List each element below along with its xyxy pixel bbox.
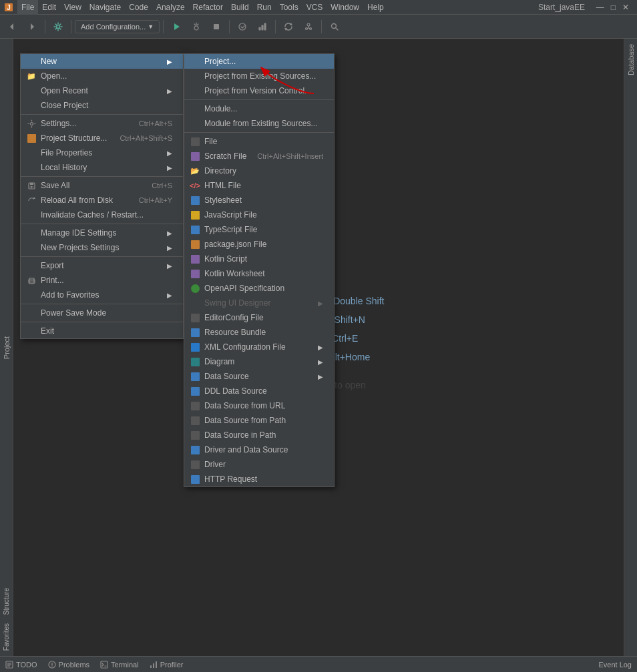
new-diagram-item[interactable]: Diagram ▶ xyxy=(184,354,334,369)
new-datasource-item[interactable]: Data Source ▶ xyxy=(184,369,334,384)
driver-icon xyxy=(190,459,200,470)
toolbar-debug-btn[interactable] xyxy=(187,17,206,36)
new-html-item[interactable]: </> HTML File xyxy=(184,178,334,193)
menu-settings-item[interactable]: Settings... Ctrl+Alt+S xyxy=(21,116,183,131)
new-file-item[interactable]: File xyxy=(184,134,334,149)
new-driver-datasource-item[interactable]: Driver and Data Source xyxy=(184,442,334,457)
menu-view[interactable]: View xyxy=(60,0,85,15)
favorites-tab[interactable]: Favorites xyxy=(1,621,11,653)
menu-exit-item[interactable]: Exit xyxy=(21,324,183,338)
toolbar-search-btn[interactable] xyxy=(325,17,344,36)
menu-help[interactable]: Help xyxy=(363,0,388,15)
css-icon xyxy=(190,195,200,206)
menu-invalidate-item[interactable]: Invalidate Caches / Restart... xyxy=(21,208,183,222)
event-log-status[interactable]: Event Log xyxy=(598,661,632,669)
menu-analyze[interactable]: Analyze xyxy=(152,0,189,15)
menu-file-properties-item[interactable]: File Properties ▶ xyxy=(21,145,183,160)
menu-tools[interactable]: Tools xyxy=(276,0,302,15)
new-project-vcs-item[interactable]: Project from Version Control... xyxy=(184,83,334,98)
menu-add-favorites-item[interactable]: Add to Favorites ▶ xyxy=(21,288,183,302)
new-projects-label: New Projects Settings xyxy=(41,243,162,252)
menu-export-item[interactable]: Export ▶ xyxy=(21,258,183,273)
menu-project-structure-item[interactable]: Project Structure... Ctrl+Alt+Shift+S xyxy=(21,131,183,145)
new-ts-item[interactable]: TypeScript File xyxy=(184,222,334,237)
new-js-item[interactable]: JavaScript File xyxy=(184,208,334,222)
new-project-item[interactable]: Project... xyxy=(184,54,334,69)
new-datasource-path-item[interactable]: Data Source from Path xyxy=(184,413,334,428)
new-json-item[interactable]: package.json File xyxy=(184,237,334,252)
new-editorconfig-item[interactable]: EditorConfig File xyxy=(184,310,334,325)
menu-open-item[interactable]: 📁 Open... xyxy=(21,69,183,83)
diagram-arrow: ▶ xyxy=(318,358,323,366)
project-structure-shortcut: Ctrl+Alt+Shift+S xyxy=(120,134,172,142)
new-module-existing-item[interactable]: Module from Existing Sources... xyxy=(184,116,334,131)
settings-icon xyxy=(26,118,37,129)
new-ddl-item[interactable]: DDL Data Source xyxy=(184,384,334,398)
driver-datasource-icon xyxy=(190,444,200,455)
toolbar-run-btn[interactable] xyxy=(167,17,186,36)
new-datasource-url-item[interactable]: Data Source from URL xyxy=(184,398,334,413)
menu-power-save-item[interactable]: Power Save Mode xyxy=(21,306,183,320)
menu-open-recent-item[interactable]: Open Recent ▶ xyxy=(21,83,183,98)
problems-status[interactable]: Problems xyxy=(48,661,89,669)
new-dir-item[interactable]: 📂 Directory xyxy=(184,163,334,178)
menu-navigate[interactable]: Navigate xyxy=(85,0,125,15)
toolbar-coverage-btn[interactable] xyxy=(233,17,252,36)
svg-rect-40 xyxy=(156,661,157,668)
toolbar-profile-btn[interactable] xyxy=(253,17,272,36)
svg-rect-27 xyxy=(29,280,35,283)
svg-point-8 xyxy=(239,23,246,30)
new-project-existing-item[interactable]: Project from Existing Sources... xyxy=(184,69,334,83)
menu-edit[interactable]: Edit xyxy=(38,0,60,15)
navbar-key: Alt+Home xyxy=(329,352,370,362)
menu-save-all-item[interactable]: Save All Ctrl+S xyxy=(21,178,183,193)
new-http-item[interactable]: HTTP Request xyxy=(184,472,334,486)
toolbar-git-btn[interactable] xyxy=(299,17,318,36)
new-kt-worksheet-item[interactable]: Kotlin Worksheet xyxy=(184,266,334,281)
menu-run[interactable]: Run xyxy=(253,0,276,15)
menu-manage-ide-item[interactable]: Manage IDE Settings ▶ xyxy=(21,226,183,240)
svg-rect-24 xyxy=(30,183,33,185)
new-css-item[interactable]: Stylesheet xyxy=(184,193,334,208)
toolbar-forward-btn[interactable] xyxy=(23,17,41,36)
new-openapi-item[interactable]: OpenAPI Specification xyxy=(184,281,334,296)
menu-new-projects-settings-item[interactable]: New Projects Settings ▶ xyxy=(21,240,183,255)
database-tab[interactable]: Database xyxy=(626,39,636,81)
menu-file[interactable]: File xyxy=(17,0,38,15)
new-resource-bundle-item[interactable]: Resource Bundle xyxy=(184,325,334,340)
menu-refactor[interactable]: Refactor xyxy=(189,0,227,15)
xml-icon xyxy=(190,342,200,352)
xml-arrow: ▶ xyxy=(318,344,323,351)
new-datasource-inpath-item[interactable]: Data Source in Path xyxy=(184,428,334,442)
menu-vcs[interactable]: VCS xyxy=(302,0,327,15)
toolbar-stop-btn[interactable] xyxy=(207,17,226,36)
terminal-status[interactable]: Terminal xyxy=(100,661,139,669)
toolbar-back-btn[interactable] xyxy=(3,17,21,36)
add-configuration-button[interactable]: Add Configuration... ▼ xyxy=(75,20,160,33)
new-module-item[interactable]: Module... xyxy=(184,101,334,116)
menu-reload-item[interactable]: Reload All from Disk Ctrl+Alt+Y xyxy=(21,193,183,208)
maximize-btn[interactable]: □ xyxy=(611,3,616,12)
new-scratch-item[interactable]: Scratch File Ctrl+Alt+Shift+Insert xyxy=(184,149,334,163)
toolbar-update-btn[interactable] xyxy=(279,17,298,36)
structure-tab[interactable]: Structure xyxy=(1,585,11,618)
menu-close-project-item[interactable]: Close Project xyxy=(21,98,183,113)
profiler-status[interactable]: Profiler xyxy=(150,661,184,669)
new-kt-item[interactable]: Kotlin Script xyxy=(184,252,334,266)
menu-build[interactable]: Build xyxy=(227,0,253,15)
local-history-arrow: ▶ xyxy=(167,164,172,172)
menu-new-item[interactable]: New ▶ xyxy=(21,54,183,69)
menu-print-item[interactable]: Print... xyxy=(21,273,183,288)
menu-window[interactable]: Window xyxy=(327,0,363,15)
toolbar-settings-btn[interactable] xyxy=(49,17,67,36)
new-xml-item[interactable]: XML Configuration File ▶ xyxy=(184,340,334,354)
menu-local-history-item[interactable]: Local History ▶ xyxy=(21,160,183,175)
project-tab[interactable]: Project xyxy=(3,336,11,358)
add-favorites-label: Add to Favorites xyxy=(41,290,162,300)
minimize-btn[interactable]: — xyxy=(596,3,604,12)
close-btn[interactable]: ✕ xyxy=(622,3,629,12)
todo-status[interactable]: TODO xyxy=(5,661,37,669)
new-driver-item[interactable]: Driver xyxy=(184,457,334,472)
menu-code[interactable]: Code xyxy=(125,0,152,15)
new-file-label: File xyxy=(204,137,323,146)
